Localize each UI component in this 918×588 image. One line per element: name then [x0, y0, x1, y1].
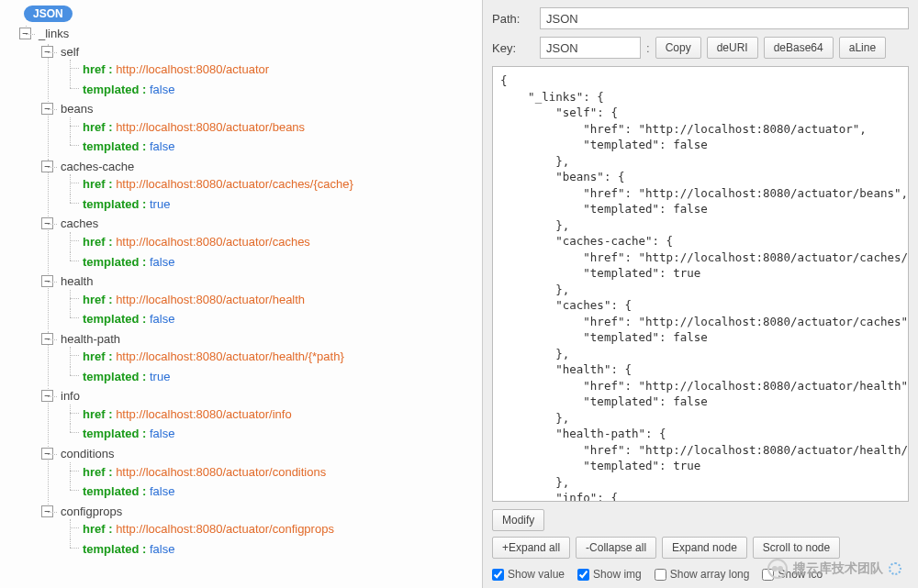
key-label: templated : [83, 427, 146, 440]
key-label: href : [83, 349, 113, 363]
key-label: templated : [83, 370, 146, 383]
key-label: templated : [83, 484, 146, 498]
key-label: href : [83, 235, 113, 249]
value-href: http://localhost:8080/actuator [116, 62, 269, 76]
tree-leaf-templated[interactable]: templated : false [61, 539, 482, 560]
collapse-icon[interactable]: − [41, 217, 53, 229]
tree-leaf-templated[interactable]: templated : false [61, 424, 482, 444]
tree-leaf-href[interactable]: href : http://localhost:8080/actuator [61, 60, 482, 80]
value-href: http://localhost:8080/actuator/caches [116, 235, 310, 249]
tree-panel: JSON − _links −selfhref : http://localho… [0, 0, 482, 588]
value-templated: false [150, 312, 174, 326]
key-label: href : [83, 120, 113, 134]
key-input[interactable] [540, 37, 641, 59]
tree-leaf-templated[interactable]: templated : false [61, 309, 482, 329]
tree-leaf-href[interactable]: href : http://localhost:8080/actuator/ca… [61, 174, 482, 194]
tree-leaf-href[interactable]: href : http://localhost:8080/actuator/in… [61, 405, 482, 425]
value-templated: false [150, 83, 174, 96]
key-label: templated : [83, 312, 146, 326]
collapse-icon[interactable]: − [19, 28, 31, 39]
tree-node-health[interactable]: −healthhref : http://localhost:8080/actu… [39, 273, 482, 329]
tree-leaf-href[interactable]: href : http://localhost:8080/actuator/co… [61, 519, 482, 539]
value-templated: false [150, 427, 174, 440]
value-href: http://localhost:8080/actuator/info [116, 407, 292, 421]
collapse-icon[interactable]: − [41, 390, 53, 402]
json-tree: − _links −selfhref : http://localhost:80… [11, 26, 482, 559]
json-textarea[interactable]: { "_links": { "self": { "href": "http://… [492, 66, 909, 502]
collapse-icon[interactable]: − [41, 275, 53, 287]
key-label: templated : [83, 542, 146, 556]
tree-leaf-templated[interactable]: templated : false [61, 137, 482, 157]
key-label: templated : [83, 139, 146, 153]
tree-leaf-templated[interactable]: templated : true [61, 367, 482, 387]
path-row: Path: [492, 7, 909, 29]
node-label: info [61, 389, 80, 403]
tree-leaf-href[interactable]: href : http://localhost:8080/actuator/he… [61, 347, 482, 367]
scroll-to-node-button[interactable]: Scroll to node [753, 537, 840, 559]
tree-leaf-href[interactable]: href : http://localhost:8080/actuator/be… [61, 117, 482, 138]
collapse-icon[interactable]: − [41, 448, 53, 460]
tree-node-links[interactable]: − _links −selfhref : http://localhost:80… [17, 26, 482, 559]
node-label: beans [61, 102, 93, 116]
key-label: href : [83, 293, 113, 306]
watermark: 搜云库技术团队 [767, 559, 901, 579]
tree-leaf-templated[interactable]: templated : false [61, 80, 482, 100]
aline-button[interactable]: aLine [839, 37, 886, 59]
deuri-button[interactable]: deURI [707, 37, 758, 59]
tree-node-info[interactable]: −infohref : http://localhost:8080/actuat… [39, 388, 482, 444]
tree-node-conditions[interactable]: −conditionshref : http://localhost:8080/… [39, 446, 482, 502]
key-label: templated : [83, 255, 146, 269]
modify-button[interactable]: Modify [492, 509, 544, 531]
show-array-long-checkbox[interactable]: Show array long [655, 568, 750, 581]
tree-leaf-templated[interactable]: templated : false [61, 482, 482, 502]
node-label: configprops [61, 505, 122, 518]
detail-panel: Path: Key: : Copy deURI deBase64 aLine {… [482, 0, 918, 588]
collapse-icon[interactable]: − [41, 333, 53, 345]
node-label: conditions [61, 447, 115, 460]
node-label: self [61, 45, 79, 59]
tree-node-caches-cache[interactable]: −caches-cachehref : http://localhost:808… [39, 159, 482, 215]
value-href: http://localhost:8080/actuator/health [116, 293, 305, 306]
collapse-icon[interactable]: − [41, 161, 53, 172]
value-href: http://localhost:8080/actuator/health/{*… [116, 349, 344, 363]
tree-node-health-path[interactable]: −health-pathhref : http://localhost:8080… [39, 331, 482, 387]
value-templated: false [150, 484, 174, 498]
key-row: Key: : Copy deURI deBase64 aLine [492, 37, 909, 59]
node-label: _links [39, 27, 69, 40]
node-label: health [61, 274, 93, 288]
tree-leaf-href[interactable]: href : http://localhost:8080/actuator/co… [61, 462, 482, 483]
value-href: http://localhost:8080/actuator/caches/{c… [116, 177, 353, 191]
copy-button[interactable]: Copy [655, 37, 701, 59]
show-img-checkbox[interactable]: Show img [577, 568, 642, 581]
collapse-icon[interactable]: − [41, 505, 53, 517]
tree-node-caches[interactable]: −cacheshref : http://localhost:8080/actu… [39, 216, 482, 272]
colon-label: : [646, 41, 650, 55]
tree-leaf-href[interactable]: href : http://localhost:8080/actuator/he… [61, 290, 482, 310]
value-href: http://localhost:8080/actuator/condition… [116, 465, 326, 479]
collapse-all-button[interactable]: -Collapse all [576, 537, 656, 559]
key-label: href : [83, 177, 113, 191]
tree-node-self[interactable]: −selfhref : http://localhost:8080/actuat… [39, 44, 482, 100]
expand-all-button[interactable]: +Expand all [492, 537, 570, 559]
node-label: caches-cache [61, 160, 134, 173]
expand-node-button[interactable]: Expand node [662, 537, 747, 559]
root-node-badge[interactable]: JSON [24, 6, 73, 22]
collapse-icon[interactable]: − [41, 103, 53, 115]
action-row: +Expand all -Collapse all Expand node Sc… [492, 537, 909, 559]
path-input[interactable] [540, 7, 909, 29]
value-href: http://localhost:8080/actuator/configpro… [116, 522, 334, 536]
tree-node-configprops[interactable]: −configpropshref : http://localhost:8080… [39, 504, 482, 560]
tree-leaf-templated[interactable]: templated : false [61, 252, 482, 272]
key-label: href : [83, 62, 113, 76]
collapse-icon[interactable]: − [41, 46, 53, 58]
value-href: http://localhost:8080/actuator/beans [116, 120, 305, 134]
key-label: href : [83, 522, 113, 536]
tree-leaf-templated[interactable]: templated : true [61, 194, 482, 215]
tree-node-beans[interactable]: −beanshref : http://localhost:8080/actua… [39, 101, 482, 157]
value-templated: true [150, 197, 170, 211]
path-label: Path: [492, 12, 534, 26]
tree-leaf-href[interactable]: href : http://localhost:8080/actuator/ca… [61, 232, 482, 252]
value-templated: false [150, 255, 174, 269]
debase64-button[interactable]: deBase64 [764, 37, 834, 59]
show-value-checkbox[interactable]: Show value [492, 568, 565, 581]
